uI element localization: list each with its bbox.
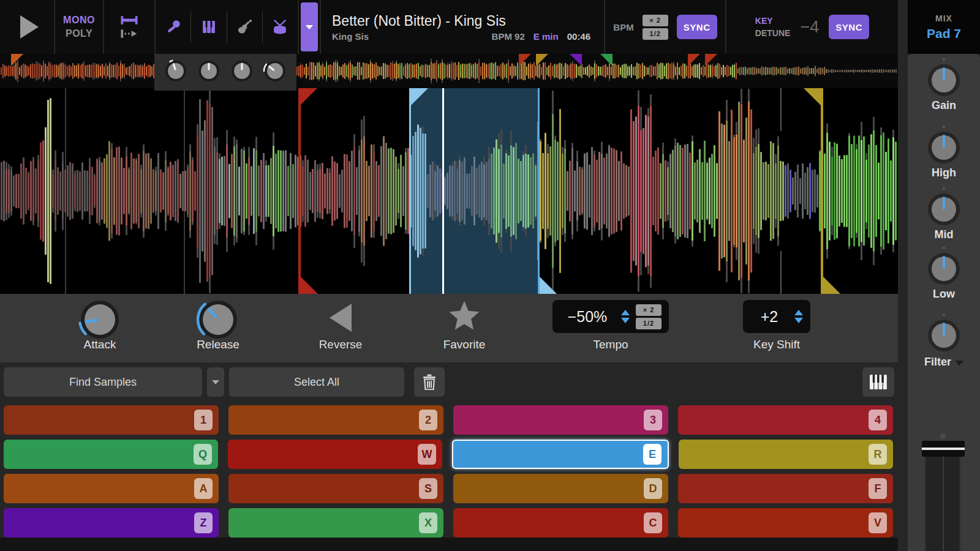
tempo-value-box[interactable]: −50% × 2 1/2 <box>552 300 669 333</box>
instrument-filters <box>156 0 298 54</box>
pad-3[interactable]: 3 <box>453 405 668 435</box>
pad-D[interactable]: D <box>453 474 668 503</box>
pad-C[interactable]: C <box>453 508 668 538</box>
attack-knob[interactable] <box>78 298 122 344</box>
overview-cue-marker[interactable] <box>600 54 612 66</box>
pad-key-badge: X <box>419 512 437 533</box>
track-key: E min <box>533 31 559 42</box>
tempo-label: Tempo <box>559 338 663 351</box>
pad-W[interactable]: W <box>228 440 442 469</box>
vocals-filter-button[interactable] <box>156 11 190 43</box>
volume-fader-handle[interactable] <box>922 441 965 457</box>
chevron-down-icon <box>306 25 313 29</box>
stem-volume-knob-3[interactable] <box>229 58 255 86</box>
gain-label: Gain <box>908 99 980 112</box>
bpm-double-button[interactable]: × 2 <box>643 15 668 26</box>
pad-key-badge: 4 <box>869 410 887 430</box>
overview-waveform[interactable] <box>0 54 898 88</box>
overview-cue-marker[interactable] <box>688 54 700 66</box>
tempo-stepper[interactable] <box>621 310 630 323</box>
bass-filter-button[interactable] <box>227 11 262 43</box>
high-label: High <box>908 167 980 179</box>
key-shift-label: Key Shift <box>725 338 829 351</box>
bpm-sync-button[interactable]: SYNC <box>677 15 717 39</box>
play-button[interactable] <box>0 0 54 54</box>
select-all-button[interactable]: Select All <box>229 367 404 397</box>
trim-icon[interactable] <box>120 15 138 25</box>
find-samples-button[interactable]: Find Samples <box>4 367 202 397</box>
key-sync-button[interactable]: SYNC <box>829 15 869 39</box>
pad-Q[interactable]: Q <box>4 440 218 469</box>
main-waveform[interactable] <box>0 88 898 294</box>
toolbar: MONO POLY <box>0 0 898 54</box>
bpm-half-button[interactable]: 1/2 <box>643 28 668 40</box>
volume-fader-track[interactable] <box>925 457 960 551</box>
overview-strip[interactable] <box>0 54 898 88</box>
pad-X[interactable]: X <box>228 508 443 538</box>
reverse-icon[interactable] <box>330 304 352 332</box>
guitar-icon <box>236 18 253 36</box>
delete-button[interactable] <box>414 367 445 397</box>
stem-volume-knob-2[interactable] <box>196 58 222 86</box>
keys-filter-button[interactable] <box>190 11 226 43</box>
playhead[interactable] <box>442 88 444 294</box>
release-knob[interactable] <box>196 298 240 344</box>
low-knob[interactable] <box>927 252 961 288</box>
pad-row: 1234 <box>4 405 893 435</box>
poly-label[interactable]: POLY <box>66 28 92 39</box>
pad-key-badge: W <box>418 444 436 465</box>
pad-1[interactable]: 1 <box>4 405 219 435</box>
stem-volume-knob-4[interactable] <box>262 58 288 86</box>
fader-groove <box>943 457 944 551</box>
key-shift-stepper[interactable] <box>794 310 803 323</box>
pad-key-badge: Q <box>194 444 212 465</box>
tempo-half-button[interactable]: 1/2 <box>636 318 662 329</box>
pad-4[interactable]: 4 <box>678 405 893 435</box>
filter-knob[interactable] <box>927 318 961 355</box>
selection-start-marker[interactable] <box>409 88 411 294</box>
stems-dropdown-button[interactable] <box>301 2 318 51</box>
overview-cue-marker[interactable] <box>519 54 531 66</box>
cue-marker-line[interactable] <box>298 88 301 294</box>
pad-V[interactable]: V <box>678 508 893 538</box>
keyboard-mode-button[interactable] <box>862 367 894 397</box>
stepper-down-icon[interactable] <box>794 318 803 323</box>
key-section: KEY DETUNE −4 SYNC <box>726 0 898 54</box>
mono-poly-toggle[interactable]: MONO POLY <box>55 0 103 54</box>
loop-mode-section <box>104 0 154 54</box>
pad-F[interactable]: F <box>678 474 893 503</box>
pad-S[interactable]: S <box>228 474 443 503</box>
tempo-double-button[interactable]: × 2 <box>636 304 662 316</box>
cue-marker-line[interactable] <box>821 88 823 294</box>
pad-key-badge: S <box>419 478 437 499</box>
mid-knob[interactable] <box>927 192 961 229</box>
find-samples-dropdown-button[interactable] <box>207 367 224 397</box>
drums-filter-button[interactable] <box>262 11 298 43</box>
pad-A[interactable]: A <box>4 474 219 503</box>
overview-cue-marker[interactable] <box>11 54 23 66</box>
play-through-arrow-icon[interactable] <box>120 29 138 39</box>
stepper-down-icon[interactable] <box>621 318 630 323</box>
stepper-up-icon[interactable] <box>794 310 803 315</box>
microphone-icon <box>165 18 182 36</box>
stepper-up-icon[interactable] <box>621 310 630 315</box>
stem-volume-knob-1[interactable] <box>163 58 189 86</box>
pad-E[interactable]: E <box>452 440 669 469</box>
overview-cue-marker[interactable] <box>705 54 717 66</box>
overview-cue-marker[interactable] <box>536 54 548 66</box>
favorite-star-icon[interactable] <box>447 299 481 332</box>
selection-end-marker[interactable] <box>538 88 540 294</box>
main-waveform-area[interactable] <box>0 88 898 294</box>
high-knob[interactable] <box>927 130 961 167</box>
filter-label[interactable]: Filter <box>908 356 980 369</box>
mono-label[interactable]: MONO <box>63 15 95 26</box>
pad-R[interactable]: R <box>679 440 893 469</box>
pad-2[interactable]: 2 <box>228 405 443 435</box>
overview-cue-marker[interactable] <box>570 54 582 66</box>
pad-Z[interactable]: Z <box>4 508 219 538</box>
pad-row: QWER <box>4 440 893 469</box>
key-shift-value-box[interactable]: +2 <box>743 300 810 333</box>
gain-knob[interactable] <box>927 63 961 100</box>
selection-end-flag <box>540 277 557 294</box>
tempo-value: −50% <box>560 308 615 326</box>
